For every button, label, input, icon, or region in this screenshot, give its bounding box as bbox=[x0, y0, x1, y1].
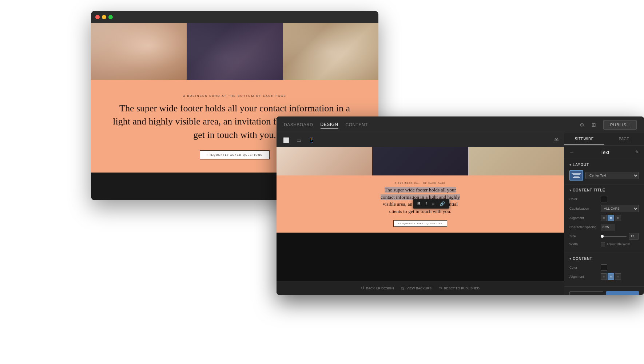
char-spacing-input[interactable] bbox=[601, 224, 615, 230]
desktop-icon[interactable]: ⬜ bbox=[281, 136, 291, 145]
align-left-btn[interactable]: ≡ bbox=[601, 215, 607, 221]
tablet-icon[interactable]: ▭ bbox=[294, 136, 303, 145]
size-slider-thumb[interactable] bbox=[601, 235, 604, 238]
layout-section: ▾ Layout Center Text bbox=[564, 159, 644, 185]
size-label: Size bbox=[569, 234, 599, 238]
color-label: Color bbox=[569, 197, 599, 201]
eye-icon[interactable]: 👁 bbox=[554, 137, 560, 143]
content-title-label: Content Title bbox=[573, 188, 605, 192]
panel-title: Text bbox=[577, 150, 632, 155]
selected-text-1: The super wide footer holds all your bbox=[385, 187, 456, 193]
align-right-btn[interactable]: ≡ bbox=[615, 215, 621, 221]
nav-content[interactable]: CONTENT bbox=[346, 121, 368, 129]
content-align-center-btn[interactable]: ≡ bbox=[608, 273, 614, 280]
footer-subtitle-back: A BUSINESS CARD AT THE BOTTOM OF EACH PA… bbox=[113, 94, 357, 98]
align-buttons-title: ≡ ≡ ≡ bbox=[601, 215, 621, 221]
char-spacing-label: Character Spacing bbox=[569, 225, 599, 229]
mini-photo-strip bbox=[277, 147, 564, 175]
content-align-label: Alignment bbox=[569, 275, 599, 278]
color-swatch-title[interactable] bbox=[601, 196, 607, 202]
editor-window: DASHBOARD DESIGN CONTENT ⚙ ⊞ PUBLISH ⬜ ▭… bbox=[277, 116, 644, 295]
thumb-lines bbox=[572, 173, 581, 178]
nav-dashboard[interactable]: DASHBOARD bbox=[284, 121, 313, 129]
content-align-left-btn[interactable]: ≡ bbox=[601, 273, 607, 280]
backup-design-action[interactable]: ↺ BACK UP DESIGN bbox=[361, 286, 394, 290]
back-arrow-icon[interactable]: ← bbox=[569, 149, 575, 155]
width-checkbox-text: Adjust title width bbox=[607, 242, 630, 246]
publish-button[interactable]: PUBLISH bbox=[603, 120, 637, 130]
thumb-line-3 bbox=[574, 176, 579, 177]
photo-segment-1 bbox=[91, 23, 187, 80]
thumb-line-4 bbox=[573, 177, 580, 178]
faq-button-back[interactable]: FREQUENTLY ASKED QUESTIONS bbox=[200, 150, 270, 159]
save-button[interactable]: SAVE bbox=[606, 291, 639, 295]
gear-icon[interactable]: ⚙ bbox=[580, 122, 584, 128]
nav-design[interactable]: DESIGN bbox=[321, 120, 338, 129]
size-slider[interactable] bbox=[601, 236, 627, 237]
dot-green bbox=[108, 15, 113, 19]
viewport-bar: ⬜ ▭ 📱 👁 bbox=[277, 133, 564, 147]
panel-tabs: SITEWIDE PAGE bbox=[564, 133, 644, 146]
capitalization-row: Capitalization ALL CAPS bbox=[569, 205, 639, 212]
list-icon[interactable]: ≡ bbox=[430, 201, 436, 207]
panel-header: ← Text ✎ bbox=[564, 146, 644, 159]
content-alignment-row: Alignment ≡ ≡ ≡ bbox=[569, 273, 639, 280]
backup-icon: ↺ bbox=[361, 286, 364, 290]
align-buttons-content: ≡ ≡ ≡ bbox=[601, 273, 621, 280]
grid-icon[interactable]: ⊞ bbox=[592, 122, 596, 128]
reset-icon: ⟲ bbox=[439, 286, 442, 290]
view-backups-label: VIEW BACKUPS bbox=[406, 286, 432, 290]
width-checkbox-label: Adjust title width bbox=[601, 242, 630, 246]
content-title-caret: ▾ bbox=[569, 188, 571, 192]
text-toolbar: B I ≡ 🔗 bbox=[413, 199, 449, 209]
content-title-header[interactable]: ▾ Content Title bbox=[569, 188, 639, 192]
mini-seg-3 bbox=[468, 147, 564, 175]
tab-page[interactable]: PAGE bbox=[604, 133, 644, 145]
view-backups-action[interactable]: ◷ VIEW BACKUPS bbox=[401, 286, 432, 290]
backup-label: BACK UP DESIGN bbox=[366, 286, 394, 290]
canvas-area: ⬜ ▭ 📱 👁 A BUSINESS CA... OF EACH PAGE bbox=[277, 133, 564, 295]
footer-title-line4: clients to get in touch with you. bbox=[389, 209, 452, 214]
italic-icon[interactable]: I bbox=[424, 201, 428, 207]
content-caret: ▾ bbox=[569, 257, 571, 261]
color-swatch-content[interactable] bbox=[601, 264, 607, 271]
size-input[interactable] bbox=[629, 233, 639, 240]
mini-faq-button[interactable]: FREQUENTLY ASKED QUESTIONS bbox=[393, 220, 447, 227]
cap-dropdown[interactable]: ALL CAPS bbox=[601, 205, 639, 212]
bold-icon[interactable]: B bbox=[416, 201, 422, 207]
canvas-preview: A BUSINESS CA... OF EACH PAGE The super … bbox=[277, 147, 564, 281]
editor-topbar: DASHBOARD DESIGN CONTENT ⚙ ⊞ PUBLISH bbox=[277, 116, 644, 133]
cancel-button[interactable]: CANCEL bbox=[569, 291, 603, 295]
photo-segment-2 bbox=[187, 23, 282, 80]
width-label: Width bbox=[569, 242, 599, 246]
content-section-title: Content bbox=[573, 257, 592, 261]
width-checkbox[interactable] bbox=[601, 242, 605, 246]
layout-dropdown[interactable]: Center Text bbox=[585, 172, 639, 179]
thumb-line-2 bbox=[573, 174, 580, 175]
reset-action[interactable]: ⟲ RESET TO PUBLISHED bbox=[439, 286, 480, 290]
mini-seg-2 bbox=[372, 147, 468, 175]
reset-label: RESET TO PUBLISHED bbox=[444, 286, 480, 290]
align-center-btn[interactable]: ≡ bbox=[608, 215, 614, 221]
titlebar-back bbox=[91, 11, 378, 23]
right-panel: SITEWIDE PAGE ← Text ✎ ▾ Layout bbox=[564, 133, 644, 295]
color-row: Color bbox=[569, 196, 639, 202]
width-row: Width Adjust title width bbox=[569, 242, 639, 246]
edit-pencil-icon[interactable]: ✎ bbox=[635, 150, 639, 155]
layout-section-header[interactable]: ▾ Layout bbox=[569, 163, 639, 167]
content-section: ▾ Content Color Alignment ≡ ≡ ≡ bbox=[564, 253, 644, 286]
editor-content: ⬜ ▭ 📱 👁 A BUSINESS CA... OF EACH PAGE bbox=[277, 133, 644, 295]
panel-actions: CANCEL SAVE bbox=[564, 286, 644, 295]
mobile-icon[interactable]: 📱 bbox=[306, 136, 317, 145]
thumb-line-1 bbox=[572, 173, 581, 174]
tab-sitewide[interactable]: SITEWIDE bbox=[564, 133, 604, 145]
layout-thumb-center[interactable] bbox=[569, 170, 583, 181]
layout-section-title: Layout bbox=[573, 163, 589, 167]
layout-caret: ▾ bbox=[569, 163, 571, 167]
cap-label: Capitalization bbox=[569, 207, 599, 210]
align-label: Alignment bbox=[569, 216, 599, 220]
link-icon[interactable]: 🔗 bbox=[438, 201, 446, 207]
content-section-header[interactable]: ▾ Content bbox=[569, 257, 639, 261]
content-align-right-btn[interactable]: ≡ bbox=[615, 273, 621, 280]
mini-footer-subtitle: A BUSINESS CA... OF EACH PAGE bbox=[287, 182, 553, 184]
